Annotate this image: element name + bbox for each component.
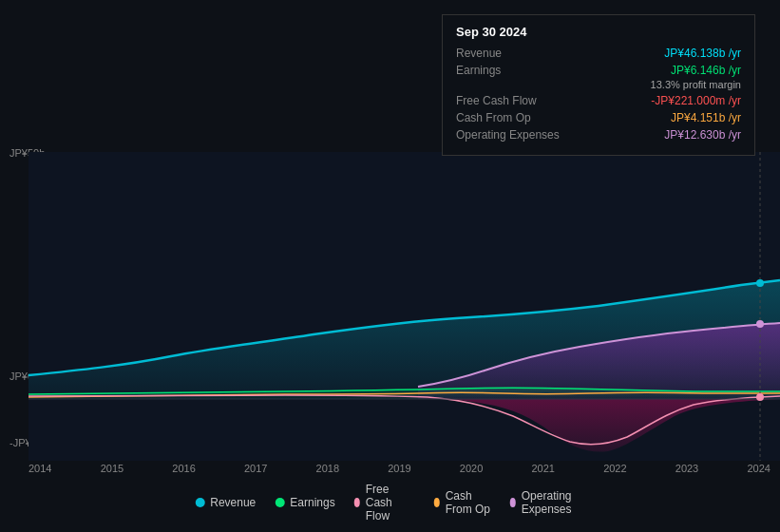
legend-label-revenue: Revenue — [210, 496, 256, 509]
tooltip-label-cashfromop: Cash From Op — [456, 111, 580, 124]
x-label-2018: 2018 — [316, 463, 339, 474]
x-label-2024: 2024 — [747, 463, 770, 474]
tooltip-value-opex: JP¥12.630b /yr — [664, 128, 741, 142]
legend-dot-earnings — [275, 498, 284, 507]
tooltip-row-cashfromop: Cash From Op JP¥4.151b /yr — [456, 111, 741, 124]
tooltip-row-fcf: Free Cash Flow -JP¥221.000m /yr — [456, 94, 741, 107]
chart-svg — [0, 152, 780, 461]
legend-dot-cashfromop — [434, 498, 440, 507]
tooltip-title: Sep 30 2024 — [456, 25, 741, 39]
legend-label-opex: Operating Expenses — [522, 489, 585, 516]
tooltip-label-earnings: Earnings — [456, 64, 580, 77]
tooltip-label-opex: Operating Expenses — [456, 128, 580, 142]
legend-item-fcf[interactable]: Free Cash Flow — [354, 483, 415, 522]
legend-label-fcf: Free Cash Flow — [366, 483, 415, 522]
x-label-2021: 2021 — [531, 463, 554, 474]
tooltip-row-earnings: Earnings JP¥6.146b /yr — [456, 64, 741, 77]
x-label-2017: 2017 — [244, 463, 267, 474]
legend-dot-opex — [510, 498, 516, 507]
legend-label-cashfromop: Cash From Op — [446, 489, 491, 516]
revenue-indicator-dot — [756, 279, 764, 287]
tooltip-panel: Sep 30 2024 Revenue JP¥46.138b /yr Earni… — [442, 14, 755, 156]
tooltip-sub-margin: 13.3% profit margin — [456, 79, 741, 90]
tooltip-label-revenue: Revenue — [456, 47, 580, 60]
tooltip-value-fcf: -JP¥221.000m /yr — [651, 94, 741, 107]
tooltip-label-fcf: Free Cash Flow — [456, 94, 580, 107]
legend-dot-revenue — [195, 498, 204, 507]
x-label-2019: 2019 — [388, 463, 410, 474]
tooltip-value-revenue: JP¥46.138b /yr — [664, 47, 741, 60]
x-label-2023: 2023 — [675, 463, 698, 474]
legend-label-earnings: Earnings — [290, 496, 334, 509]
tooltip-value-earnings: JP¥6.146b /yr — [671, 64, 741, 77]
legend-dot-fcf — [354, 498, 360, 507]
x-axis: 2014 2015 2016 2017 2018 2019 2020 2021 … — [29, 463, 770, 474]
x-label-2015: 2015 — [101, 463, 124, 474]
legend: Revenue Earnings Free Cash Flow Cash Fro… — [195, 483, 585, 522]
x-label-2020: 2020 — [460, 463, 483, 474]
x-label-2016: 2016 — [172, 463, 195, 474]
tooltip-row-revenue: Revenue JP¥46.138b /yr — [456, 47, 741, 60]
tooltip-value-cashfromop: JP¥4.151b /yr — [671, 111, 741, 124]
fcf-indicator-dot — [756, 393, 764, 401]
legend-item-earnings[interactable]: Earnings — [275, 496, 334, 509]
legend-item-opex[interactable]: Operating Expenses — [510, 489, 585, 516]
tooltip-row-opex: Operating Expenses JP¥12.630b /yr — [456, 128, 741, 142]
opex-indicator-dot — [756, 320, 764, 328]
legend-item-cashfromop[interactable]: Cash From Op — [434, 489, 491, 516]
x-label-2014: 2014 — [29, 463, 51, 474]
x-label-2022: 2022 — [603, 463, 626, 474]
legend-item-revenue[interactable]: Revenue — [195, 496, 256, 509]
